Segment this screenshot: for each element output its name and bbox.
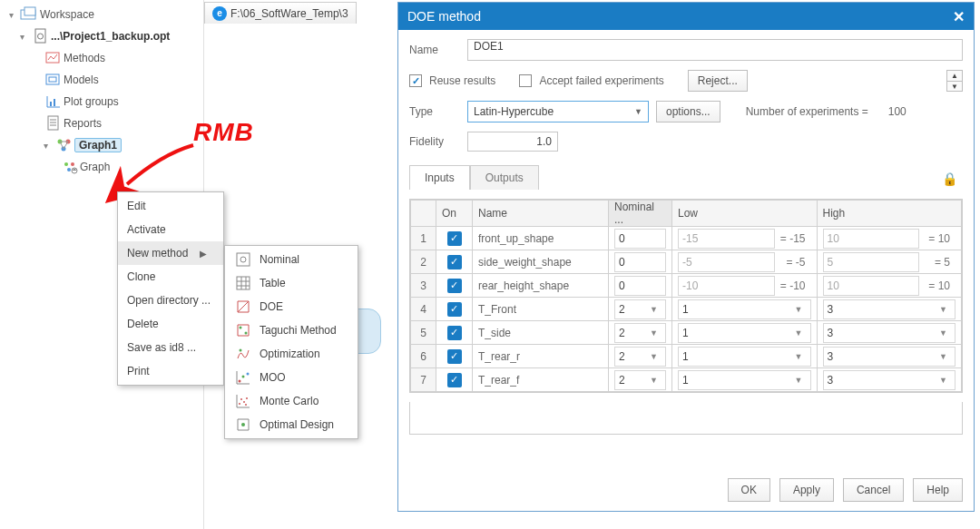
collapse-icon[interactable]: ▾ (9, 10, 20, 20)
low-input[interactable]: -5 (678, 252, 775, 272)
row-on[interactable]: ✓ (436, 298, 473, 321)
row-nominal[interactable]: 0 (609, 250, 672, 274)
row-high[interactable]: 3▼ (817, 298, 962, 321)
type-select[interactable]: Latin-Hypercube▼ (467, 101, 649, 122)
nominal-input[interactable]: 2▼ (614, 347, 666, 367)
menu-item-clone[interactable]: Clone (118, 265, 223, 289)
on-checkbox[interactable]: ✓ (447, 279, 462, 293)
tree-item-methods[interactable]: Methods (4, 47, 203, 69)
low-input[interactable]: -10 (678, 276, 775, 296)
row-on[interactable]: ✓ (436, 227, 473, 250)
collapse-icon[interactable]: ▾ (20, 32, 31, 42)
collapse-icon[interactable]: ▾ (44, 141, 54, 151)
menu-item-open-directory[interactable]: Open directory ... (118, 289, 223, 312)
menu-item-print[interactable]: Print (118, 359, 223, 383)
col-on[interactable]: On (436, 201, 473, 227)
row-low[interactable]: 1▼ (672, 298, 818, 321)
submenu-item-doe[interactable]: DOE (225, 295, 358, 318)
spinner-down-icon[interactable]: ▼ (947, 81, 962, 91)
row-low[interactable]: -5= -5 (672, 250, 818, 274)
close-icon[interactable]: ✕ (953, 8, 965, 25)
high-input[interactable]: 10 (823, 276, 920, 296)
tree-item-graph1[interactable]: ▾ Graph1 (4, 134, 203, 156)
row-on[interactable]: ✓ (436, 250, 473, 274)
on-checkbox[interactable]: ✓ (447, 302, 462, 317)
submenu-item-monte-carlo[interactable]: Monte Carlo (225, 389, 358, 413)
low-input[interactable]: -15 (678, 229, 775, 249)
document-tab[interactable]: e F:\06_SoftWare_Temp\3 (204, 2, 357, 24)
row-high[interactable]: 10= 10 (817, 274, 962, 298)
row-high[interactable]: 3▼ (817, 368, 962, 392)
row-low[interactable]: -15= -15 (672, 227, 818, 250)
tab-inputs[interactable]: Inputs (409, 165, 470, 190)
ok-button[interactable]: OK (728, 478, 770, 502)
on-checkbox[interactable]: ✓ (447, 373, 462, 387)
submenu-item-table[interactable]: Table (225, 271, 358, 295)
row-on[interactable]: ✓ (436, 345, 473, 368)
tree-item-graph-child[interactable]: Graph (4, 156, 203, 178)
spinner-up-icon[interactable]: ▲ (947, 71, 962, 81)
row-on[interactable]: ✓ (436, 321, 473, 345)
submenu-item-taguchi[interactable]: Taguchi Method (225, 318, 358, 342)
dialog-titlebar[interactable]: DOE method ✕ (398, 3, 974, 30)
lock-icon[interactable]: 🔒 (936, 168, 963, 190)
submenu-item-optimal-design[interactable]: Optimal Design (225, 413, 358, 436)
spinner-control[interactable]: ▲▼ (946, 70, 963, 92)
submenu-item-moo[interactable]: MOO (225, 366, 358, 389)
high-input[interactable]: 3▼ (823, 299, 956, 319)
tree-root[interactable]: ▾ Workspace (4, 4, 203, 25)
row-high[interactable]: 10= 10 (817, 227, 962, 250)
reject-button[interactable]: Reject... (688, 70, 748, 92)
row-on[interactable]: ✓ (436, 368, 473, 392)
menu-item-new-method[interactable]: New method▶ (118, 241, 223, 265)
row-high[interactable]: 5= 5 (817, 250, 962, 274)
menu-item-activate[interactable]: Activate (118, 218, 223, 241)
name-input[interactable]: DOE1 (467, 39, 963, 61)
nominal-input[interactable]: 0 (614, 276, 666, 296)
row-low[interactable]: 1▼ (672, 345, 818, 368)
nominal-input[interactable]: 0 (614, 252, 666, 272)
row-low[interactable]: -10= -10 (672, 274, 818, 298)
fidelity-input[interactable]: 1.0 (467, 132, 558, 152)
menu-item-delete[interactable]: Delete (118, 312, 223, 336)
tree-item-models[interactable]: Models (4, 69, 203, 91)
high-input[interactable]: 5 (823, 252, 920, 272)
cancel-button[interactable]: Cancel (843, 478, 904, 502)
menu-item-edit[interactable]: Edit (118, 194, 223, 218)
row-on[interactable]: ✓ (436, 274, 473, 298)
row-nominal[interactable]: 2▼ (609, 368, 672, 392)
low-input[interactable]: 1▼ (678, 323, 811, 343)
on-checkbox[interactable]: ✓ (447, 255, 462, 269)
tree-item-reports[interactable]: Reports (4, 113, 203, 134)
row-low[interactable]: 1▼ (672, 321, 818, 345)
on-checkbox[interactable]: ✓ (447, 326, 462, 340)
submenu-item-optimization[interactable]: Optimization (225, 342, 358, 366)
nominal-input[interactable]: 2▼ (614, 299, 666, 319)
row-high[interactable]: 3▼ (817, 321, 962, 345)
reuse-results-checkbox[interactable] (409, 74, 422, 87)
high-input[interactable]: 3▼ (823, 347, 956, 367)
options-button[interactable]: options... (656, 101, 720, 122)
low-input[interactable]: 1▼ (678, 299, 811, 319)
tree-item-plotgroups[interactable]: Plot groups (4, 91, 203, 113)
row-nominal[interactable]: 2▼ (609, 345, 672, 368)
on-checkbox[interactable]: ✓ (447, 231, 462, 246)
col-nominal[interactable]: Nominal ... (609, 201, 672, 227)
nominal-input[interactable]: 0 (614, 229, 666, 249)
tab-outputs[interactable]: Outputs (470, 165, 539, 190)
col-high[interactable]: High (817, 201, 962, 227)
high-input[interactable]: 3▼ (823, 323, 956, 343)
row-high[interactable]: 3▼ (817, 345, 962, 368)
on-checkbox[interactable]: ✓ (447, 349, 462, 364)
help-button[interactable]: Help (913, 478, 963, 502)
row-low[interactable]: 1▼ (672, 368, 818, 392)
col-low[interactable]: Low (672, 201, 818, 227)
low-input[interactable]: 1▼ (678, 370, 811, 390)
row-nominal[interactable]: 0 (609, 227, 672, 250)
apply-button[interactable]: Apply (779, 478, 834, 502)
menu-item-save-as[interactable]: Save as id8 ... (118, 336, 223, 359)
nominal-input[interactable]: 2▼ (614, 370, 666, 390)
row-nominal[interactable]: 0 (609, 274, 672, 298)
submenu-item-nominal[interactable]: Nominal (225, 248, 358, 271)
col-name[interactable]: Name (473, 201, 609, 227)
